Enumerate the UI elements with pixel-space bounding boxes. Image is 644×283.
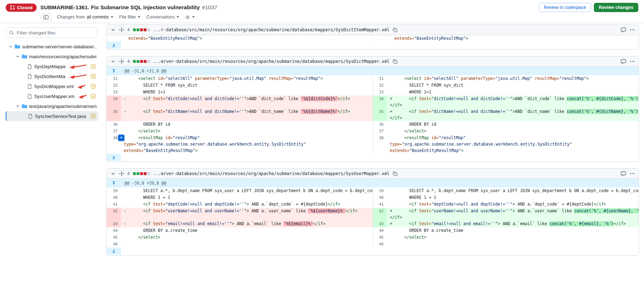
line-number[interactable]: 44: [107, 227, 121, 234]
code-token: [394, 235, 404, 240]
collapse-file-button[interactable]: [110, 27, 116, 33]
line-number[interactable]: 42: [373, 208, 387, 221]
code-token: resultMap=: [535, 76, 559, 81]
line-number[interactable]: 40: [373, 194, 387, 201]
toggle-file-tree-button[interactable]: [41, 13, 51, 21]
copy-path-button[interactable]: [393, 171, 398, 176]
commits-dropdown[interactable]: Changes from all commits: [57, 15, 113, 20]
line-number[interactable]: 43: [373, 221, 387, 227]
copy-path-button[interactable]: [393, 59, 398, 64]
line-number[interactable]: 35: [107, 108, 121, 121]
expand-down-button[interactable]: [107, 42, 121, 49]
line-number[interactable]: 45: [107, 234, 121, 241]
file-tree-item[interactable]: SysUserServiceTest.java: [6, 111, 99, 121]
code-token: ORDER BY id: [394, 122, 436, 127]
line-number[interactable]: 34: [373, 96, 387, 108]
line-number[interactable]: 36: [107, 121, 121, 128]
diff-settings-dropdown[interactable]: [185, 15, 195, 20]
code-token: "userName!=null and userName!=''": [431, 208, 512, 213]
expand-hunk-button[interactable]: [107, 181, 121, 185]
diffstat-square: [144, 28, 147, 31]
line-number[interactable]: 33: [107, 89, 121, 96]
comment-button[interactable]: [621, 59, 626, 64]
kebab-menu-button[interactable]: [629, 171, 635, 176]
code-token: AND `dict_name` like: [515, 109, 566, 114]
folder-tree-item[interactable]: submarine-server/server-database/...: [6, 42, 99, 51]
drag-handle-icon[interactable]: [119, 171, 124, 176]
line-number[interactable]: 43: [107, 221, 121, 227]
code-line: </select>: [121, 234, 373, 241]
line-number[interactable]: 34: [107, 96, 121, 108]
filter-changed-files-input[interactable]: [16, 30, 94, 36]
code-token: [128, 202, 143, 207]
comment-button[interactable]: [621, 27, 626, 33]
add-comment-button[interactable]: +: [118, 135, 124, 141]
code-token: '%${userName}%': [308, 208, 345, 213]
file-tree-item[interactable]: SysUserMapper.xml: [6, 91, 99, 101]
line-number[interactable]: 37: [373, 128, 387, 135]
line-number[interactable]: [373, 35, 387, 42]
line-number[interactable]: 45: [373, 234, 387, 241]
code-line-text: + <if test="email!=null and email!=''"> …: [390, 221, 639, 227]
file-filter-box[interactable]: [6, 27, 97, 38]
code-line-text: extends="BaseEntityResultMap">: [124, 35, 373, 42]
line-number[interactable]: 41: [373, 201, 387, 208]
line-number[interactable]: 38+: [107, 135, 121, 154]
file-tree-item[interactable]: SysDictItemMapper.xml: [6, 71, 99, 81]
line-number[interactable]: 31: [373, 75, 387, 82]
code-token: "org.apache.submarine.server.database.wo…: [136, 142, 306, 147]
file-filter-dropdown[interactable]: File filter: [119, 15, 140, 20]
line-number[interactable]: 39: [107, 187, 121, 194]
file-path-link[interactable]: ...erver-database/src/main/resources/org…: [153, 171, 390, 176]
collapse-file-button[interactable]: [110, 171, 116, 176]
code-token: >: [195, 148, 198, 153]
line-number[interactable]: 40: [107, 194, 121, 201]
line-number[interactable]: 46: [373, 241, 387, 247]
tree-item-label: submarine-server/server-database/...: [22, 44, 97, 49]
line-number[interactable]: 32: [373, 82, 387, 89]
line-number[interactable]: 38: [373, 135, 387, 154]
line-number[interactable]: 36: [373, 121, 387, 128]
file-tree-item[interactable]: SysDeptMapper.xml: [6, 61, 99, 71]
file-tree-item[interactable]: SysDictMapper.xml: [6, 81, 99, 91]
code-token: SELECT * FROM sys_dict: [394, 83, 463, 88]
code-line: <if test="deptCode!=null and deptCode!='…: [387, 201, 639, 208]
file-path-link[interactable]: ...r-database/src/main/resources/org/apa…: [153, 27, 390, 32]
expand-down-button[interactable]: [107, 247, 121, 255]
copy-path-button[interactable]: [393, 27, 398, 32]
line-number[interactable]: [107, 35, 121, 42]
diff-row: 4646: [107, 241, 639, 247]
kebab-menu-button[interactable]: [629, 59, 635, 64]
expand-down-button[interactable]: [107, 154, 121, 161]
line-number[interactable]: 32: [107, 82, 121, 89]
annotation-arrow-icon: [69, 64, 87, 69]
line-number[interactable]: 46: [107, 241, 121, 247]
line-number[interactable]: 39: [373, 187, 387, 194]
file-path-link[interactable]: ...erver-database/src/main/resources/org…: [153, 59, 390, 64]
conversations-dropdown[interactable]: Conversations: [146, 15, 179, 20]
line-number[interactable]: 31: [107, 75, 121, 82]
line-number[interactable]: 37: [107, 128, 121, 135]
line-number[interactable]: 35: [373, 108, 387, 121]
collapse-file-button[interactable]: [110, 59, 116, 64]
line-number[interactable]: 33: [373, 89, 387, 96]
code-token: test=: [153, 96, 165, 101]
code-token: [394, 109, 409, 114]
code-line: ORDER BY id: [121, 121, 373, 128]
line-number[interactable]: 41: [107, 201, 121, 208]
drag-handle-icon[interactable]: [119, 27, 124, 32]
diff-marker: -: [124, 108, 128, 115]
comment-button[interactable]: [621, 171, 626, 176]
expand-hunk-button[interactable]: [107, 69, 121, 73]
folder-tree-item[interactable]: main/resources/org/apache/subm...: [6, 51, 99, 61]
line-number[interactable]: 42: [107, 208, 121, 221]
folder-tree-item[interactable]: test/java/org/apache/submarine/s...: [6, 101, 99, 111]
drag-handle-icon[interactable]: [119, 59, 124, 64]
tree-item-label: SysDeptMapper.xml: [34, 64, 65, 69]
line-number[interactable]: 44: [373, 227, 387, 234]
kebab-menu-button[interactable]: [629, 27, 635, 33]
review-in-codespace-button[interactable]: Review in codespace: [539, 3, 591, 12]
code-line-text: <if test="deptCode!=null and deptCode!='…: [124, 201, 373, 207]
code-line-text: type="org.apache.submarine.server.databa…: [390, 141, 639, 147]
review-changes-button[interactable]: Review changes: [594, 3, 638, 12]
